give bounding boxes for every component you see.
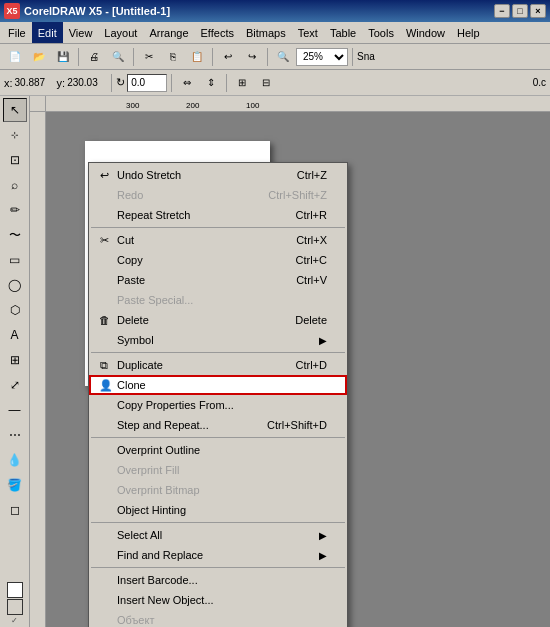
fill-swatch[interactable] bbox=[7, 582, 23, 598]
save-button[interactable]: 💾 bbox=[52, 46, 74, 68]
menu-symbol[interactable]: Symbol ▶ bbox=[89, 330, 347, 350]
menu-edit[interactable]: Edit bbox=[32, 22, 63, 43]
menu-undo[interactable]: ↩ Undo Stretch Ctrl+Z bbox=[89, 165, 347, 185]
maximize-button[interactable]: □ bbox=[512, 4, 528, 18]
menu-effects[interactable]: Effects bbox=[195, 22, 240, 43]
polygon-tool[interactable]: ⬡ bbox=[3, 298, 27, 322]
copy-props-icon bbox=[93, 395, 115, 415]
menu-cut[interactable]: ✂ Cut Ctrl+X bbox=[89, 230, 347, 250]
select-tool[interactable]: ↖ bbox=[3, 98, 27, 122]
close-button[interactable]: × bbox=[530, 4, 546, 18]
fill-tool[interactable]: 🪣 bbox=[3, 473, 27, 497]
app-icon: X5 bbox=[4, 3, 20, 19]
print-button[interactable]: 🖨 bbox=[83, 46, 105, 68]
menu-paste[interactable]: Paste Ctrl+V bbox=[89, 270, 347, 290]
main-area: ↖ ⊹ ⊡ ⌕ ✏ 〜 ▭ ◯ ⬡ A ⊞ ⤢ — ⋯ 💧 🪣 ◻ ✓ 300 … bbox=[0, 96, 550, 627]
blend-tool[interactable]: ⋯ bbox=[3, 423, 27, 447]
overprint-outline-icon bbox=[93, 440, 115, 460]
connector-tool[interactable]: — bbox=[3, 398, 27, 422]
copy-button[interactable]: ⎘ bbox=[162, 46, 184, 68]
print-preview-button[interactable]: 🔍 bbox=[107, 46, 129, 68]
object-icon bbox=[93, 610, 115, 627]
menu-copy-properties[interactable]: Copy Properties From... bbox=[89, 395, 347, 415]
ruler-200: 200 bbox=[186, 101, 199, 110]
freehand-tool[interactable]: ✏ bbox=[3, 198, 27, 222]
canvas-area[interactable]: 300 200 100 × bbox=[30, 96, 550, 627]
menu-clone[interactable]: 👤 Clone bbox=[89, 375, 347, 395]
select-all-icon bbox=[93, 525, 115, 545]
menu-view[interactable]: View bbox=[63, 22, 99, 43]
snap-grid-button[interactable]: ⊞ bbox=[231, 72, 253, 94]
paste-icon bbox=[93, 270, 115, 290]
menu-arrange[interactable]: Arrange bbox=[143, 22, 194, 43]
table-tool[interactable]: ⊞ bbox=[3, 348, 27, 372]
toolbar-sep-5 bbox=[352, 48, 353, 66]
menu-repeat[interactable]: Repeat Stretch Ctrl+R bbox=[89, 205, 347, 225]
menu-copy[interactable]: Copy Ctrl+C bbox=[89, 250, 347, 270]
title-bar: X5 CorelDRAW X5 - [Untitled-1] − □ × bbox=[0, 0, 550, 22]
text-tool[interactable]: A bbox=[3, 323, 27, 347]
menu-bitmaps[interactable]: Bitmaps bbox=[240, 22, 292, 43]
mirror-v-button[interactable]: ⇕ bbox=[200, 72, 222, 94]
menu-help[interactable]: Help bbox=[451, 22, 486, 43]
paste-special-icon bbox=[93, 290, 115, 310]
node-tool[interactable]: ⊹ bbox=[3, 123, 27, 147]
outline-swatch[interactable] bbox=[7, 599, 23, 615]
copy-props-label: Copy Properties From... bbox=[117, 399, 234, 411]
paste-label: Paste bbox=[117, 274, 145, 286]
undo-button[interactable]: ↩ bbox=[217, 46, 239, 68]
new-button[interactable]: 📄 bbox=[4, 46, 26, 68]
crop-tool[interactable]: ⊡ bbox=[3, 148, 27, 172]
minimize-button[interactable]: − bbox=[494, 4, 510, 18]
open-button[interactable]: 📂 bbox=[28, 46, 50, 68]
sep-3 bbox=[91, 437, 345, 438]
zoom-select[interactable]: 25% 50% 75% 100% bbox=[296, 48, 348, 66]
overprint-fill-label: Overprint Fill bbox=[117, 464, 179, 476]
undo-label: Undo Stretch bbox=[117, 169, 181, 181]
menu-redo: Redo Ctrl+Shift+Z bbox=[89, 185, 347, 205]
color-swatches: ✓ bbox=[7, 582, 23, 625]
mirror-h-button[interactable]: ⇔ bbox=[176, 72, 198, 94]
menu-bar: File Edit View Layout Arrange Effects Bi… bbox=[0, 22, 550, 44]
y-label: y: bbox=[57, 77, 66, 89]
no-fill-icon: ✓ bbox=[11, 616, 18, 625]
menu-table[interactable]: Table bbox=[324, 22, 362, 43]
menu-object-hinting[interactable]: Object Hinting bbox=[89, 500, 347, 520]
smart-draw-tool[interactable]: 〜 bbox=[3, 223, 27, 247]
menu-overprint-outline[interactable]: Overprint Outline bbox=[89, 440, 347, 460]
menu-window[interactable]: Window bbox=[400, 22, 451, 43]
duplicate-shortcut: Ctrl+D bbox=[296, 359, 327, 371]
zoom-tool[interactable]: ⌕ bbox=[3, 173, 27, 197]
rectangle-tool[interactable]: ▭ bbox=[3, 248, 27, 272]
left-toolbar: ↖ ⊹ ⊡ ⌕ ✏ 〜 ▭ ◯ ⬡ A ⊞ ⤢ — ⋯ 💧 🪣 ◻ ✓ bbox=[0, 96, 30, 627]
menu-delete[interactable]: 🗑 Delete Delete bbox=[89, 310, 347, 330]
outline-tool[interactable]: ◻ bbox=[3, 498, 27, 522]
ruler-horizontal: 300 200 100 bbox=[46, 96, 550, 112]
delete-icon: 🗑 bbox=[93, 310, 115, 330]
paste-button[interactable]: 📋 bbox=[186, 46, 208, 68]
menu-insert-object[interactable]: Insert New Object... bbox=[89, 590, 347, 610]
toolbar-sep-1 bbox=[78, 48, 79, 66]
menu-step-repeat[interactable]: Step and Repeat... Ctrl+Shift+D bbox=[89, 415, 347, 435]
menu-duplicate[interactable]: ⧉ Duplicate Ctrl+D bbox=[89, 355, 347, 375]
dim-tool[interactable]: ⤢ bbox=[3, 373, 27, 397]
menu-file[interactable]: File bbox=[2, 22, 32, 43]
select-all-arrow: ▶ bbox=[319, 530, 327, 541]
menu-layout[interactable]: Layout bbox=[98, 22, 143, 43]
menu-select-all[interactable]: Select All ▶ bbox=[89, 525, 347, 545]
menu-find-replace[interactable]: Find and Replace ▶ bbox=[89, 545, 347, 565]
redo-shortcut: Ctrl+Shift+Z bbox=[268, 189, 327, 201]
toolbar2-sep3 bbox=[226, 74, 227, 92]
menu-insert-barcode[interactable]: Insert Barcode... bbox=[89, 570, 347, 590]
duplicate-label: Duplicate bbox=[117, 359, 163, 371]
menu-text[interactable]: Text bbox=[292, 22, 324, 43]
rotation-input[interactable] bbox=[127, 74, 167, 92]
redo-button[interactable]: ↪ bbox=[241, 46, 263, 68]
menu-tools[interactable]: Tools bbox=[362, 22, 400, 43]
ellipse-tool[interactable]: ◯ bbox=[3, 273, 27, 297]
cut-button[interactable]: ✂ bbox=[138, 46, 160, 68]
dropper-tool[interactable]: 💧 bbox=[3, 448, 27, 472]
insert-object-icon bbox=[93, 590, 115, 610]
snap-guide-button[interactable]: ⊟ bbox=[255, 72, 277, 94]
right-coords: 0.c bbox=[533, 77, 546, 88]
